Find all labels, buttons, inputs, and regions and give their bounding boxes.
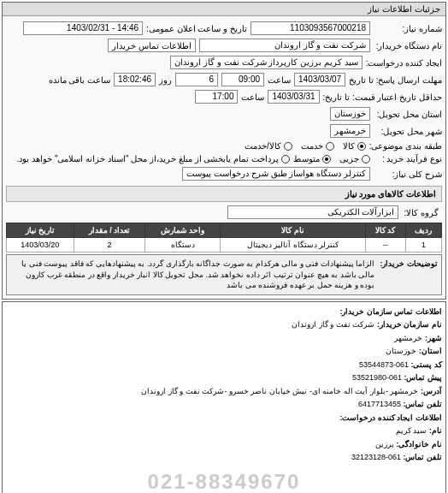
items-table: ردیف کد کالا نام کالا واحد شمارش تعداد /… xyxy=(6,223,442,252)
panel-title: جزئیات اطلاعات نیاز xyxy=(3,3,445,16)
row-buyer-org: نام دستگاه خریدار: شرکت نفت و گاز اروندا… xyxy=(6,37,442,54)
creator-name: نام: سید کریم xyxy=(6,425,442,438)
phone-label: پیش تماس: xyxy=(404,373,443,382)
buyer-org-value: شرکت نفت و گاز اروندان xyxy=(199,39,370,52)
creator-lastname: نام خانوادگی: برزین xyxy=(6,438,442,452)
purchase-note-check: پرداخت تمام یابخشی از مبلغ خرید،از محل "… xyxy=(17,154,290,163)
time-remaining-label: ساعت باقی مانده xyxy=(49,75,111,85)
row-delivery-city: شهر محل تحویل: خرمشهر xyxy=(6,122,442,140)
radio-dot-icon xyxy=(284,142,292,151)
grouping-radio-group: کالا خدمت کالا/خدمت xyxy=(245,141,366,151)
contact-org: نام سازمان خریدار: شرکت نفت و گاز اروندا… xyxy=(6,318,442,332)
postal-value: 061-53544873 xyxy=(359,360,409,369)
contact-city: شهر: خرمشهر xyxy=(6,332,442,346)
radio-both[interactable]: کالا/خدمت xyxy=(245,141,292,151)
purchase-note-text: پرداخت تمام یابخشی از مبلغ خرید،از محل "… xyxy=(17,154,279,163)
td-qty: 2 xyxy=(74,238,145,252)
validity-label: حداقل تاریخ اعتبار قیمت: تا تاریخ: xyxy=(323,92,442,102)
validity-time: 17:00 xyxy=(195,90,238,104)
need-details-panel: جزئیات اطلاعات نیاز شماره نیاز: 11030935… xyxy=(2,2,446,300)
radio-service-label: خدمت xyxy=(301,141,323,151)
contact-address: آدرس: خرمشهر -بلوار آیت اله خامنه ای- نب… xyxy=(6,385,442,399)
th-code: کد کالا xyxy=(365,223,405,238)
creator-phone: تلفن تماس: 061-32123128 xyxy=(6,451,442,465)
time-label-2: ساعت xyxy=(241,92,264,102)
radio-goods-label: کالا xyxy=(343,141,355,151)
purchase-type-label: نوع فرآیند خرید : xyxy=(374,154,442,163)
th-unit: واحد شمارش xyxy=(145,223,221,238)
radio-service[interactable]: خدمت xyxy=(301,141,334,151)
time-remaining: 18:02:46 xyxy=(114,73,156,86)
radio-small-label: جزیی xyxy=(339,154,359,163)
td-row: 1 xyxy=(405,238,441,252)
radio-both-label: کالا/خدمت xyxy=(245,141,281,151)
table-row: 1 -- کنترلر دستگاه آنالیز دیجیتال دستگاه… xyxy=(7,238,442,252)
radio-goods[interactable]: کالا xyxy=(343,141,366,151)
buyer-notes: توضیحات خریدار: الزاما پیشنهادات فنی و م… xyxy=(6,254,442,295)
delivery-province-label: استان محل تحویل: xyxy=(374,110,442,119)
request-no-value: 1103093567000218 xyxy=(251,21,370,35)
table-header-row: ردیف کد کالا نام کالا واحد شمارش تعداد /… xyxy=(7,223,442,238)
creator-phone-label: تلفن تماس: xyxy=(404,453,443,461)
row-grouping: طبقه بندی موضوعی: کالا خدمت کالا/خدمت xyxy=(6,140,442,152)
contact-fax: تلفن تماس: 6417713455 xyxy=(6,398,442,412)
buyer-contact-button[interactable]: اطلاعات تماس خریدار xyxy=(108,39,196,52)
row-delivery-province: استان محل تحویل: خوزستان xyxy=(6,105,442,122)
buyer-org-label: نام دستگاه خریدار: xyxy=(374,41,442,50)
radio-small[interactable]: جزیی xyxy=(339,154,370,163)
deadline-time: 09:00 xyxy=(221,73,264,86)
td-code: -- xyxy=(365,238,405,252)
fax-label: تلفن تماس: xyxy=(404,400,443,408)
radio-dot-icon xyxy=(326,142,334,151)
announce-date-label: تاریخ و ساعت اعلان عمومی: xyxy=(146,24,247,33)
td-unit: دستگاه xyxy=(145,238,221,252)
radio-dot-icon xyxy=(357,142,366,151)
day-label: روز xyxy=(159,75,172,85)
lastname-label: نام خانوادگی: xyxy=(397,440,443,448)
province-value: خوزستان xyxy=(386,347,416,355)
radio-dot-icon xyxy=(322,155,331,163)
announce-date-value: 14:46 - 1403/02/31 xyxy=(23,21,143,35)
row-general-desc: شرح کلی نیاز: کنترلر دستگاه هواساز طبق ش… xyxy=(6,165,442,182)
row-validity: حداقل تاریخ اعتبار قیمت: تا تاریخ: 1403/… xyxy=(6,88,442,105)
radio-dot-icon xyxy=(362,155,370,163)
lastname-value: برزین xyxy=(375,440,394,448)
creator-phone-value: 061-32123128 xyxy=(351,453,401,461)
address-label: آدرس: xyxy=(421,387,442,395)
notes-text: الزاما پیشنهادات فنی و مالی هرکدام به صو… xyxy=(10,258,375,291)
contact-title: اطلاعات تماس سازمان خریدار: xyxy=(6,306,442,319)
purchase-type-radio-group: جزیی متوسط xyxy=(293,154,370,163)
radio-medium[interactable]: متوسط xyxy=(293,154,331,163)
org-name-value: شرکت نفت و گاز اروندان xyxy=(292,320,374,329)
td-date: 1403/03/20 xyxy=(7,238,74,252)
general-desc-label: شرح کلی نیاز: xyxy=(374,169,442,179)
fax-value: 6417713455 xyxy=(358,400,401,408)
province-label: استان: xyxy=(419,347,442,355)
postal-label: کد پستی: xyxy=(411,360,443,369)
row-creator: ایجاد کننده درخواست: سید کریم برزین کارپ… xyxy=(6,54,442,71)
radio-dot-icon xyxy=(281,155,290,163)
grouping-label: طبقه بندی موضوعی: xyxy=(369,141,442,151)
radio-medium-label: متوسط xyxy=(293,154,320,163)
th-row: ردیف xyxy=(405,223,441,238)
contact-section: اطلاعات تماس سازمان خریدار: نام سازمان خ… xyxy=(2,301,446,493)
creator-section-title: اطلاعات ایجاد کننده درخواست: xyxy=(6,412,442,425)
creator-value: سید کریم برزین کارپرداز شرکت نفت و گاز ا… xyxy=(170,56,362,69)
notes-label: توضیحات خریدار: xyxy=(375,258,439,291)
th-date: تاریخ نیاز xyxy=(7,223,74,238)
address-value: خرمشهر -بلوار آیت اله خامنه ای- نبش خیاب… xyxy=(141,387,418,395)
contact-postal: کد پستی: 061-53544873 xyxy=(6,359,442,372)
items-section-header: اطلاعات کالاهای مورد نیاز xyxy=(6,186,442,202)
contact-province: استان: خوزستان xyxy=(6,345,442,359)
phone-value: 061-53521980 xyxy=(352,373,402,382)
row-request-no: شماره نیاز: 1103093567000218 تاریخ و ساع… xyxy=(6,20,442,37)
validity-date: 1403/03/31 xyxy=(268,90,319,104)
goods-group-value: ابزارآلات الکتریکی xyxy=(227,205,398,219)
city-label: شهر: xyxy=(425,334,442,342)
th-qty: تعداد / مقدار xyxy=(74,223,145,238)
name-label: نام: xyxy=(429,426,442,435)
td-name: کنترلر دستگاه آنالیز دیجیتال xyxy=(221,238,365,252)
th-name: نام کالا xyxy=(221,223,365,238)
row-purchase-type: نوع فرآیند خرید : جزیی متوسط پرداخت تمام… xyxy=(6,152,442,165)
deadline-date: 1403/03/07 xyxy=(294,73,345,86)
